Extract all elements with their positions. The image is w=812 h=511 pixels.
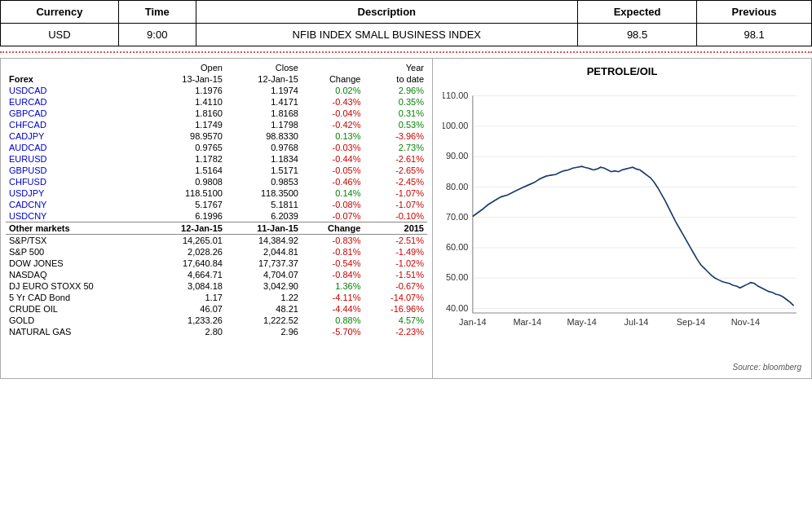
forex-row: CADJPY 98.9570 98.8330 0.13% -3.96% — [6, 130, 427, 142]
forex-ytd: 0.35% — [364, 96, 427, 108]
market-ytd: -0.67% — [364, 280, 427, 292]
previous-header: Previous — [697, 1, 812, 24]
forex-change: -0.44% — [302, 153, 364, 165]
forex-label — [6, 62, 150, 73]
close-header: Close — [226, 62, 302, 73]
chart-title: PETROLE/OIL — [443, 65, 801, 77]
market-open: 14,265.01 — [150, 235, 226, 247]
forex-close: 6.2039 — [226, 210, 302, 222]
forex-ytd: 2.96% — [364, 85, 427, 96]
market-change: 0.88% — [302, 315, 364, 326]
change-label: Change — [302, 73, 364, 85]
market-close: 48.21 — [226, 303, 302, 315]
forex-row: EURUSD 1.1782 1.1834 -0.44% -2.61% — [6, 153, 427, 165]
forex-close: 1.1798 — [226, 119, 302, 130]
market-row: GOLD 1,233.26 1,222.52 0.88% 4.57% — [6, 315, 427, 326]
forex-name: USDCNY — [6, 210, 150, 222]
market-name: CRUDE OIL — [6, 303, 150, 315]
forex-row: CHFCAD 1.1749 1.1798 -0.42% 0.53% — [6, 119, 427, 130]
market-ytd: 4.57% — [364, 315, 427, 326]
market-close: 2.96 — [226, 326, 302, 337]
market-close: 2,044.81 — [226, 246, 302, 258]
market-open: 2,028.26 — [150, 246, 226, 258]
market-close: 4,704.07 — [226, 269, 302, 280]
market-ytd: -16.96% — [364, 303, 427, 315]
currency-header: Currency — [1, 1, 119, 24]
forex-table: Open Close Year Forex 13-Jan-15 12-Jan-1… — [6, 62, 427, 337]
forex-name: AUDCAD — [6, 142, 150, 153]
forex-name: CADCNY — [6, 199, 150, 210]
forex-ytd: -1.07% — [364, 187, 427, 199]
market-close: 17,737.37 — [226, 258, 302, 269]
forex-close: 98.8330 — [226, 130, 302, 142]
description-header: Description — [196, 1, 577, 24]
previous-value: 98.1 — [697, 24, 812, 46]
market-ytd: -1.02% — [364, 258, 427, 269]
forex-open: 0.9765 — [150, 142, 226, 153]
forex-change: -0.43% — [302, 96, 364, 108]
market-change: -0.81% — [302, 246, 364, 258]
market-row: S&P/TSX 14,265.01 14,384.92 -0.83% -2.51… — [6, 235, 427, 247]
markets-close-date: 11-Jan-15 — [226, 222, 302, 235]
market-ytd: -14.07% — [364, 292, 427, 303]
market-close: 3,042.90 — [226, 280, 302, 292]
left-panel: Open Close Year Forex 13-Jan-15 12-Jan-1… — [1, 59, 433, 378]
change-header — [302, 62, 364, 73]
market-change: -4.44% — [302, 303, 364, 315]
market-change: -0.84% — [302, 269, 364, 280]
market-row: 5 Yr CAD Bond 1.17 1.22 -4.11% -14.07% — [6, 292, 427, 303]
todate-label: to date — [364, 73, 427, 85]
forex-change: -0.42% — [302, 119, 364, 130]
forex-row: GBPUSD 1.5164 1.5171 -0.05% -2.65% — [6, 165, 427, 176]
forex-close: 1.1974 — [226, 85, 302, 96]
main-content: Open Close Year Forex 13-Jan-15 12-Jan-1… — [0, 58, 812, 379]
svg-text:May-14: May-14 — [567, 317, 597, 327]
svg-text:Nov-14: Nov-14 — [731, 317, 760, 327]
market-open: 2.80 — [150, 326, 226, 337]
market-close: 1.22 — [226, 292, 302, 303]
market-close: 14,384.92 — [226, 235, 302, 247]
dotted-separator — [0, 51, 812, 53]
market-change: -0.54% — [302, 258, 364, 269]
forex-open: 1.4110 — [150, 96, 226, 108]
currency-value: USD — [1, 24, 119, 46]
forex-close: 1.8168 — [226, 108, 302, 119]
market-name: NASDAQ — [6, 269, 150, 280]
market-name: S&P/TSX — [6, 235, 150, 247]
forex-ytd: -2.65% — [364, 165, 427, 176]
market-name: NATURAL GAS — [6, 326, 150, 337]
forex-close: 118.3500 — [226, 187, 302, 199]
markets-change-label: Change — [302, 222, 364, 235]
forex-close: 1.1834 — [226, 153, 302, 165]
market-row: NATURAL GAS 2.80 2.96 -5.70% -2.23% — [6, 326, 427, 337]
forex-row: USDJPY 118.5100 118.3500 0.14% -1.07% — [6, 187, 427, 199]
market-change: 1.36% — [302, 280, 364, 292]
market-ytd: -2.51% — [364, 235, 427, 247]
svg-text:100.00: 100.00 — [443, 121, 468, 130]
market-name: DJ EURO STOXX 50 — [6, 280, 150, 292]
market-open: 17,640.84 — [150, 258, 226, 269]
market-close: 1,222.52 — [226, 315, 302, 326]
market-open: 46.07 — [150, 303, 226, 315]
forex-close: 1.5171 — [226, 165, 302, 176]
forex-name: EURCAD — [6, 96, 150, 108]
forex-close: 1.4171 — [226, 96, 302, 108]
expected-value: 98.5 — [577, 24, 696, 46]
market-ytd: -1.49% — [364, 246, 427, 258]
market-row: NASDAQ 4,664.71 4,704.07 -0.84% -1.51% — [6, 269, 427, 280]
forex-change: 0.13% — [302, 130, 364, 142]
forex-ytd: -2.45% — [364, 176, 427, 187]
market-row: DJ EURO STOXX 50 3,084.18 3,042.90 1.36%… — [6, 280, 427, 292]
forex-open: 6.1996 — [150, 210, 226, 222]
time-value: 9:00 — [118, 24, 196, 46]
svg-text:40.00: 40.00 — [446, 303, 468, 313]
forex-name: CHFUSD — [6, 176, 150, 187]
expected-header: Expected — [577, 1, 696, 24]
time-header: Time — [118, 1, 196, 24]
market-ytd: -1.51% — [364, 269, 427, 280]
forex-open: 118.5100 — [150, 187, 226, 199]
forex-open: 1.8160 — [150, 108, 226, 119]
forex-change: -0.46% — [302, 176, 364, 187]
chart-area: 110.00 100.00 90.00 80.00 70.00 60.00 50… — [443, 82, 801, 359]
forex-open: 1.1976 — [150, 85, 226, 96]
